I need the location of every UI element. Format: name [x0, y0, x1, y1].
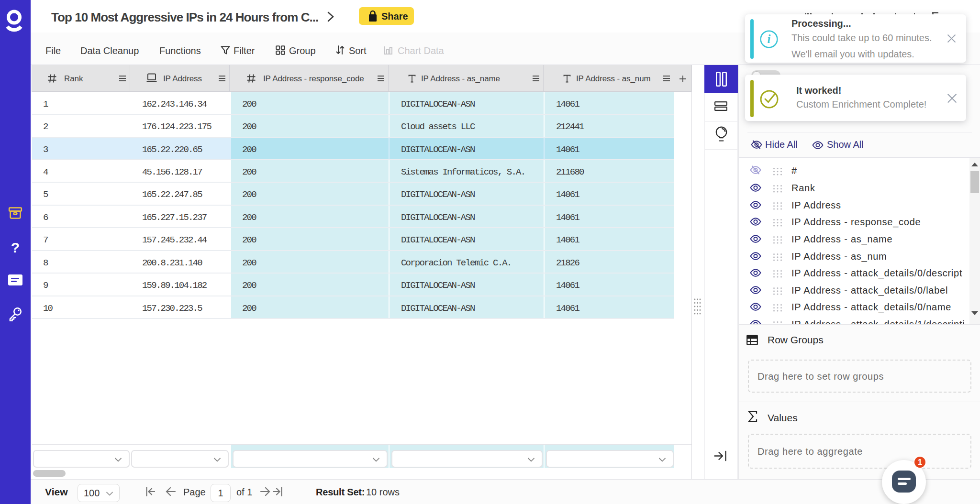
svg-text:i: i [768, 33, 771, 45]
